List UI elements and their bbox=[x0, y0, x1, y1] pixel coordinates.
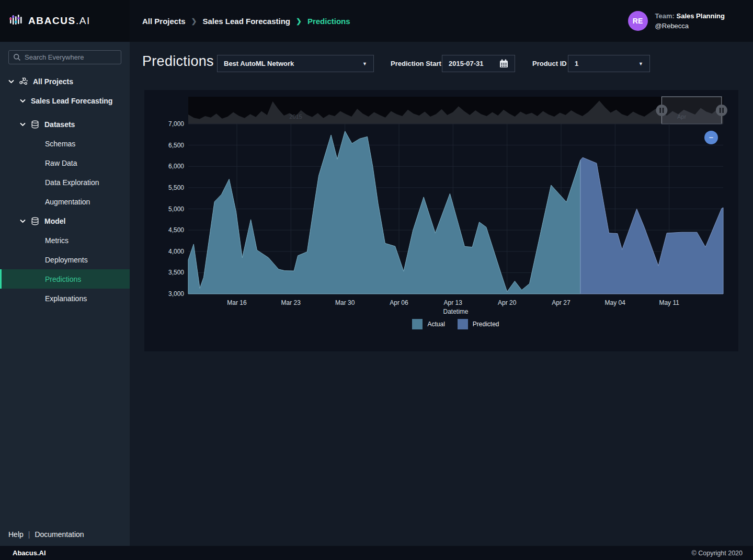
calendar-icon bbox=[499, 59, 508, 68]
sidebar-item-explanations[interactable]: Explanations bbox=[0, 289, 130, 308]
breadcrumb-item[interactable]: All Projects bbox=[142, 17, 186, 26]
sidebar-item-predictions[interactable]: Predictions bbox=[0, 269, 130, 289]
footer: Abacus.AI © Copyright 2020 bbox=[0, 546, 753, 560]
user-handle: @Rebecca bbox=[655, 21, 725, 31]
y-axis-tick-label: 5,500 bbox=[168, 184, 184, 191]
breadcrumb-item[interactable]: Predictions bbox=[307, 17, 350, 26]
database-icon bbox=[31, 217, 39, 225]
sidebar-item-label: Deployments bbox=[45, 256, 88, 264]
y-axis-tick-label: 7,000 bbox=[168, 120, 184, 128]
navigator-handle[interactable] bbox=[656, 105, 667, 116]
legend-item-predicted[interactable]: Predicted bbox=[458, 319, 499, 329]
search-input[interactable] bbox=[25, 53, 113, 61]
sidebar-item-model[interactable]: Model bbox=[0, 211, 130, 231]
sidebar-item-datasets[interactable]: Datasets bbox=[0, 115, 130, 134]
x-axis-tick-label: Apr 06 bbox=[390, 299, 408, 306]
topbar: ABACUS.AI All Projects❯Sales Lead Foreca… bbox=[0, 0, 753, 42]
chart-legend: Actual Predicted bbox=[188, 319, 723, 329]
legend-label: Predicted bbox=[473, 321, 499, 328]
search-icon bbox=[13, 53, 21, 61]
sidebar-item-data-exploration[interactable]: Data Exploration bbox=[0, 173, 130, 192]
chart-plot-area[interactable] bbox=[188, 124, 723, 294]
chevron-down-icon bbox=[20, 122, 26, 127]
logo[interactable]: ABACUS.AI bbox=[0, 0, 130, 42]
chart-panel: 2015Apr3,0003,5004,0004,5005,0005,5006,0… bbox=[144, 90, 738, 351]
sidebar-item-sales-lead-forecasting[interactable]: Sales Lead Forecasting bbox=[0, 91, 130, 110]
prediction-start-label: Prediction Start bbox=[391, 60, 441, 67]
x-axis-tick-label: May 04 bbox=[605, 299, 626, 306]
help-link[interactable]: Help bbox=[8, 530, 24, 539]
sidebar-footer-links: Help | Documentation bbox=[8, 530, 84, 539]
sidebar-item-augmentation[interactable]: Augmentation bbox=[0, 192, 130, 211]
sidebar-item-raw-data[interactable]: Raw Data bbox=[0, 153, 130, 173]
sidebar-item-label: Predictions bbox=[45, 275, 81, 283]
search-box[interactable] bbox=[8, 50, 121, 64]
breadcrumb: All Projects❯Sales Lead Forecasting❯Pred… bbox=[142, 17, 350, 26]
chevron-right-icon: ❯ bbox=[296, 17, 302, 25]
legend-item-actual[interactable]: Actual bbox=[412, 319, 444, 329]
logo-text: ABACUS.AI bbox=[28, 15, 90, 27]
chevron-down-icon: ▼ bbox=[638, 61, 643, 66]
navigator-window[interactable] bbox=[661, 97, 722, 124]
project-graph-icon bbox=[19, 77, 28, 85]
y-axis-tick-label: 4,500 bbox=[168, 226, 184, 234]
x-axis-tick-label: Mar 30 bbox=[335, 299, 355, 306]
prediction-start-date-input[interactable]: 2015-07-31 bbox=[442, 55, 515, 72]
documentation-link[interactable]: Documentation bbox=[35, 530, 84, 539]
zoom-out-button[interactable]: − bbox=[704, 131, 718, 144]
navigator-month-label: 2015 bbox=[289, 113, 302, 120]
footer-brand-link[interactable]: Abacus.AI bbox=[13, 549, 46, 557]
sidebar-item-label: Schemas bbox=[45, 140, 75, 148]
y-axis-tick-label: 3,000 bbox=[168, 290, 184, 298]
main-content: Predictions Best AutoML Network▼ Predict… bbox=[130, 42, 753, 546]
product-id-label: Product ID bbox=[532, 60, 567, 67]
database-icon bbox=[31, 120, 39, 129]
y-axis-tick-label: 3,500 bbox=[168, 269, 184, 276]
copyright-text: © Copyright 2020 bbox=[692, 550, 743, 557]
sidebar-item-label: Explanations bbox=[45, 294, 87, 303]
sidebar-item-label: All Projects bbox=[33, 77, 73, 86]
y-axis-tick-label: 4,000 bbox=[168, 248, 184, 255]
chevron-down-icon bbox=[20, 99, 26, 103]
x-axis-tick-label: Mar 23 bbox=[281, 299, 301, 306]
x-axis-tick-label: May 11 bbox=[659, 299, 679, 306]
chevron-down-icon bbox=[8, 79, 14, 84]
sidebar-item-schemas[interactable]: Schemas bbox=[0, 134, 130, 153]
predicted-swatch bbox=[458, 319, 468, 329]
x-axis-title: Datetime bbox=[188, 308, 723, 315]
avatar[interactable]: RE bbox=[628, 11, 648, 31]
model-select[interactable]: Best AutoML Network▼ bbox=[217, 55, 374, 72]
x-axis-tick-label: Apr 13 bbox=[444, 299, 463, 306]
sidebar: All ProjectsSales Lead ForecastingDatase… bbox=[0, 42, 130, 546]
sidebar-item-all-projects[interactable]: All Projects bbox=[0, 72, 130, 91]
sidebar-item-metrics[interactable]: Metrics bbox=[0, 231, 130, 250]
y-axis-tick-label: 5,000 bbox=[168, 205, 184, 213]
x-axis-tick-label: Apr 20 bbox=[498, 299, 517, 306]
x-axis-tick-label: Mar 16 bbox=[227, 299, 247, 306]
sidebar-nav: All ProjectsSales Lead ForecastingDatase… bbox=[0, 72, 130, 308]
sidebar-item-label: Sales Lead Forecasting bbox=[31, 97, 112, 105]
chevron-right-icon: ❯ bbox=[191, 17, 197, 25]
sidebar-item-label: Datasets bbox=[44, 120, 75, 129]
sidebar-item-deployments[interactable]: Deployments bbox=[0, 250, 130, 269]
divider: | bbox=[28, 530, 30, 539]
team-name: Sales Planning bbox=[677, 12, 725, 20]
team-info: Team: Sales Planning @Rebecca bbox=[655, 11, 725, 31]
page-title: Predictions bbox=[142, 53, 214, 70]
chevron-down-icon bbox=[20, 219, 26, 223]
sidebar-item-label: Model bbox=[44, 217, 65, 225]
product-id-select[interactable]: 1▼ bbox=[568, 55, 650, 72]
chevron-down-icon: ▼ bbox=[362, 61, 367, 66]
sidebar-item-label: Metrics bbox=[45, 236, 69, 245]
navigator-handle[interactable] bbox=[716, 105, 727, 116]
user-area: RE Team: Sales Planning @Rebecca bbox=[628, 11, 725, 31]
x-axis-tick-label: Apr 27 bbox=[552, 299, 571, 306]
actual-swatch bbox=[412, 319, 423, 329]
y-axis-tick-label: 6,500 bbox=[168, 142, 184, 149]
sidebar-item-label: Raw Data bbox=[45, 159, 77, 167]
team-label: Team: bbox=[655, 12, 675, 20]
abacus-logo-icon bbox=[9, 14, 23, 28]
sidebar-item-label: Data Exploration bbox=[45, 178, 99, 187]
breadcrumb-item[interactable]: Sales Lead Forecasting bbox=[202, 17, 290, 26]
y-axis-tick-label: 6,000 bbox=[168, 163, 184, 170]
